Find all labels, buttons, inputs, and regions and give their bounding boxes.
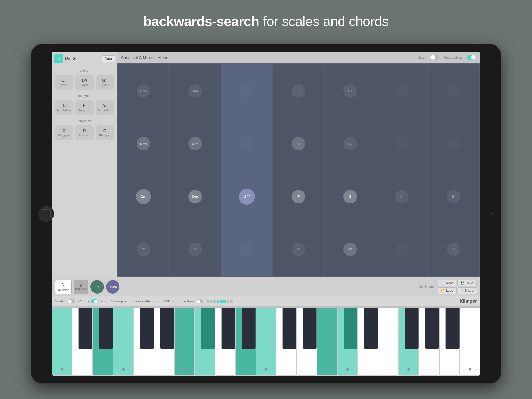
sustain-switch[interactable] [68,299,75,303]
white-key-14[interactable] [337,308,358,376]
share-button[interactable]: ↗ Share [458,287,477,294]
chord-cell[interactable]: A° [377,171,427,223]
list-item[interactable]: D# Mixolydian [55,100,73,115]
auto-button[interactable]: Auto [102,55,115,62]
new-button[interactable]: 📄 New [438,280,456,286]
chord-cell[interactable] [222,65,272,117]
chord-cell[interactable]: Cm [118,171,168,223]
chord-cell[interactable] [377,223,427,275]
lock-toggle[interactable] [430,55,440,60]
white-key-12[interactable] [297,308,317,376]
chord-cell[interactable]: D#° [222,171,272,223]
white-key-2[interactable] [93,308,113,376]
search-icon: ⌕ [57,56,60,62]
chord-cell[interactable]: Dmb [170,65,220,117]
chord-cell[interactable]: Gb [325,118,375,170]
chord-cell[interactable]: F° [274,223,323,275]
chord-cell[interactable] [377,65,427,117]
list-item[interactable]: C Phrygian [55,125,73,140]
keys-piano-btn[interactable]: Keys -> Piano ▾ [133,299,158,303]
save-button[interactable]: 💾 Save [457,280,477,286]
scale-groups: Lydian C# Lydian D# Lydian G# [52,65,117,277]
chord-cell[interactable] [377,118,427,170]
chord-cell[interactable] [222,223,272,275]
chord-cell[interactable]: F [274,171,323,223]
chord-cell[interactable] [222,118,272,170]
load-label: Load [446,289,453,292]
ipad-home-button[interactable] [38,206,54,222]
white-key-11[interactable] [276,308,296,376]
list-item[interactable]: C# Lydian [55,75,73,90]
chord-circle [240,137,254,150]
chord-cell[interactable]: Gb [325,65,375,117]
white-key-9[interactable] [235,308,256,376]
chord-cell[interactable] [429,118,478,170]
white-key-15[interactable] [358,308,378,376]
lydian-chord-row: C# Lydian D# Lydian G# Lydian [52,74,117,92]
chord-cell[interactable]: Fb [274,118,323,170]
white-key-10[interactable] [256,308,276,376]
chord-cell[interactable]: B [429,223,478,275]
save-label: Save [466,281,473,285]
white-key-5[interactable] [154,308,174,376]
idea-chord-c[interactable]: C Mixolydian [74,280,88,294]
white-key-6[interactable] [174,308,195,376]
list-item[interactable]: A# Mixolydian [96,100,114,115]
chord-cell[interactable]: Cme [118,65,168,117]
chord-cell[interactable]: G [325,171,375,223]
idea-chord-dm[interactable]: Dm/A [106,280,119,294]
key-dot-3 [122,368,125,371]
bottom-toolbar: Sustain Chords Chord Settings ▾ Keys -> … [52,296,480,306]
suggestions-toggle[interactable] [467,55,476,60]
octave-dot-6 [223,300,226,303]
white-key-19[interactable] [439,308,460,376]
white-key-7[interactable] [195,308,215,376]
chord-cell[interactable]: Cme [118,118,168,170]
white-key-3[interactable] [113,308,133,376]
chord-settings-btn[interactable]: Chord Settings ▾ [101,299,127,303]
white-key-16[interactable] [378,308,398,376]
white-key-4[interactable] [134,308,154,376]
key-dot-6 [183,368,186,371]
idea-btn-row-1: 📄 New 💾 Save [438,280,477,286]
key-dot-17 [407,368,410,371]
chord-name: C [80,284,82,288]
chord-cell[interactable]: Dmt [170,118,220,170]
white-key-18[interactable] [419,308,439,376]
search-icon-btn[interactable]: ⌕ [54,54,63,63]
list-item[interactable]: G Phrygian [96,125,114,140]
list-item[interactable]: D# Lydian [75,75,94,90]
chords-switch[interactable] [91,299,98,303]
chord-column-7: B° B [428,64,479,276]
white-key-17[interactable] [398,308,419,376]
chord-cell[interactable]: G° [325,223,375,275]
list-item[interactable]: F Mixolydian [75,100,94,115]
idea-chord-f[interactable]: F° [90,280,104,294]
key-dot-14 [346,368,349,371]
scale-group-lydian: Lydian C# Lydian D# Lydian G# [52,66,117,92]
header-bold: backwards-search [143,14,259,29]
list-item[interactable]: D Phrygian [75,125,94,140]
white-key-1[interactable] [72,308,92,376]
midi-btn[interactable]: MIDI ▾ [164,299,175,303]
load-button[interactable]: 📂 Load [438,287,457,294]
big-keys-switch[interactable] [196,299,203,303]
chord-cell[interactable]: D° [170,223,220,275]
search-input-display[interactable]: D#, G [65,56,100,61]
chord-cell[interactable]: Dm [170,171,220,223]
chord-cell[interactable]: C° [118,223,168,275]
white-key-13[interactable] [317,308,337,376]
chord-cell[interactable] [429,65,478,117]
white-key-0[interactable] [52,308,72,376]
white-key-20[interactable] [460,308,480,376]
left-panel: ⌕ D#, G Auto Lydian C# Lydian [52,52,117,277]
chord-cell[interactable]: B° [429,171,478,223]
chord-type: Lydian [60,83,68,87]
white-key-8[interactable] [215,308,235,376]
chord-circle: Cme [137,84,150,98]
chord-cell[interactable]: Fb [274,65,323,117]
inversion-button[interactable]: ⇅ Inversion [55,280,72,294]
list-item[interactable]: G# Lydian [96,75,114,90]
toolbar-separator-1 [130,299,130,304]
save-icon: 💾 [461,281,464,285]
